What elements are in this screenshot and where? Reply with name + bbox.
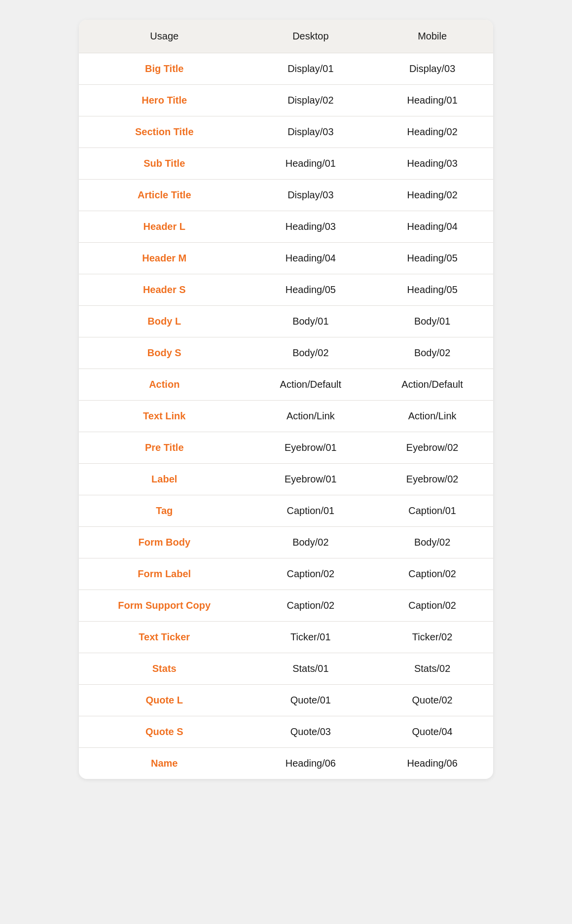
table-row: Article TitleDisplay/03Heading/02 [79,180,493,211]
cell-mobile: Heading/05 [371,243,493,274]
table-row: Form Support CopyCaption/02Caption/02 [79,590,493,622]
table-row: LabelEyebrow/01Eyebrow/02 [79,464,493,495]
table-row: Pre TitleEyebrow/01Eyebrow/02 [79,432,493,464]
cell-desktop: Caption/02 [250,558,371,590]
cell-mobile: Heading/01 [371,85,493,116]
cell-usage: Body S [79,337,250,369]
cell-usage: Tag [79,495,250,527]
cell-mobile: Action/Link [371,401,493,432]
cell-usage: Section Title [79,116,250,148]
table-row: Form LabelCaption/02Caption/02 [79,558,493,590]
cell-desktop: Heading/03 [250,211,371,243]
cell-usage: Text Ticker [79,622,250,653]
cell-mobile: Heading/06 [371,748,493,779]
table-header-row: Usage Desktop Mobile [79,20,493,53]
cell-usage: Form Label [79,558,250,590]
cell-usage: Quote S [79,716,250,748]
table-row: Header MHeading/04Heading/05 [79,243,493,274]
cell-usage: Name [79,748,250,779]
cell-mobile: Caption/01 [371,495,493,527]
cell-desktop: Caption/01 [250,495,371,527]
cell-mobile: Body/01 [371,306,493,337]
cell-desktop: Body/02 [250,337,371,369]
cell-mobile: Heading/02 [371,116,493,148]
cell-desktop: Body/01 [250,306,371,337]
table-row: Header LHeading/03Heading/04 [79,211,493,243]
cell-desktop: Quote/01 [250,685,371,716]
table-row: Text TickerTicker/01Ticker/02 [79,622,493,653]
cell-desktop: Display/03 [250,180,371,211]
cell-usage: Hero Title [79,85,250,116]
cell-mobile: Stats/02 [371,653,493,685]
cell-mobile: Heading/05 [371,274,493,306]
cell-desktop: Caption/02 [250,590,371,622]
cell-mobile: Display/03 [371,53,493,85]
cell-mobile: Quote/02 [371,685,493,716]
cell-mobile: Caption/02 [371,590,493,622]
cell-desktop: Heading/05 [250,274,371,306]
cell-usage: Form Support Copy [79,590,250,622]
cell-desktop: Action/Link [250,401,371,432]
header-usage: Usage [79,20,250,53]
cell-desktop: Display/03 [250,116,371,148]
table-row: Section TitleDisplay/03Heading/02 [79,116,493,148]
cell-usage: Header S [79,274,250,306]
cell-mobile: Ticker/02 [371,622,493,653]
cell-mobile: Body/02 [371,337,493,369]
cell-usage: Quote L [79,685,250,716]
cell-usage: Label [79,464,250,495]
table-row: Big TitleDisplay/01Display/03 [79,53,493,85]
table-row: Body SBody/02Body/02 [79,337,493,369]
table-row: Form BodyBody/02Body/02 [79,527,493,558]
cell-mobile: Quote/04 [371,716,493,748]
cell-usage: Pre Title [79,432,250,464]
table-row: Text LinkAction/LinkAction/Link [79,401,493,432]
cell-usage: Header M [79,243,250,274]
cell-desktop: Ticker/01 [250,622,371,653]
cell-usage: Form Body [79,527,250,558]
cell-mobile: Eyebrow/02 [371,432,493,464]
table-row: StatsStats/01Stats/02 [79,653,493,685]
typography-table: Usage Desktop Mobile Big TitleDisplay/01… [79,20,493,779]
cell-usage: Stats [79,653,250,685]
cell-mobile: Body/02 [371,527,493,558]
cell-usage: Header L [79,211,250,243]
cell-usage: Action [79,369,250,401]
cell-usage: Article Title [79,180,250,211]
table-row: Body LBody/01Body/01 [79,306,493,337]
cell-desktop: Quote/03 [250,716,371,748]
cell-mobile: Caption/02 [371,558,493,590]
cell-mobile: Action/Default [371,369,493,401]
cell-mobile: Heading/02 [371,180,493,211]
cell-usage: Sub Title [79,148,250,180]
cell-mobile: Eyebrow/02 [371,464,493,495]
table-row: Hero TitleDisplay/02Heading/01 [79,85,493,116]
cell-desktop: Eyebrow/01 [250,464,371,495]
cell-desktop: Body/02 [250,527,371,558]
header-mobile: Mobile [371,20,493,53]
cell-desktop: Eyebrow/01 [250,432,371,464]
table-row: Sub TitleHeading/01Heading/03 [79,148,493,180]
table-row: Quote SQuote/03Quote/04 [79,716,493,748]
cell-usage: Text Link [79,401,250,432]
cell-usage: Big Title [79,53,250,85]
table-row: ActionAction/DefaultAction/Default [79,369,493,401]
cell-usage: Body L [79,306,250,337]
table-row: Header SHeading/05Heading/05 [79,274,493,306]
cell-desktop: Stats/01 [250,653,371,685]
table-row: TagCaption/01Caption/01 [79,495,493,527]
table-row: Quote LQuote/01Quote/02 [79,685,493,716]
table-row: NameHeading/06Heading/06 [79,748,493,779]
cell-desktop: Action/Default [250,369,371,401]
header-desktop: Desktop [250,20,371,53]
cell-desktop: Display/02 [250,85,371,116]
cell-mobile: Heading/04 [371,211,493,243]
cell-desktop: Display/01 [250,53,371,85]
cell-desktop: Heading/06 [250,748,371,779]
cell-mobile: Heading/03 [371,148,493,180]
cell-desktop: Heading/04 [250,243,371,274]
cell-desktop: Heading/01 [250,148,371,180]
